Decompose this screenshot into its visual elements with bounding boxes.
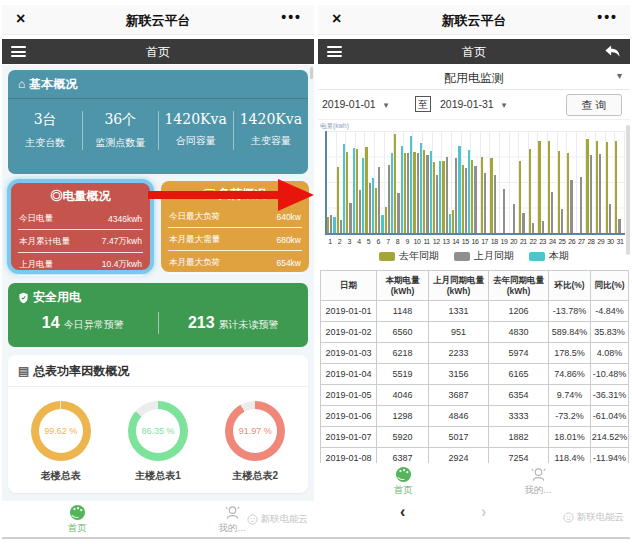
mine-tab-icon — [530, 466, 547, 483]
bar-last-month — [618, 219, 620, 233]
bar-last-month — [397, 193, 399, 233]
energy-overview-card[interactable]: ◎电量概况 今日电量4346kwh本月累计电量7.47万kwh上月电量10.4万… — [11, 183, 150, 270]
date-to-picker[interactable]: 2019-01-31▾ — [440, 98, 506, 110]
chart-bar-group — [356, 131, 366, 233]
right-screen: × 新联云平台 ••• 首页 配用电监测 ▾ 2019-01-01▾ 至 201… — [318, 5, 630, 536]
next-page-button[interactable]: › — [481, 503, 486, 521]
chart-bar-group — [471, 131, 481, 233]
chart-bar-group — [490, 131, 500, 233]
home-tab-icon — [395, 466, 412, 483]
bar-last-year — [442, 161, 444, 233]
table-header-cell: 本期电量 (kWh) — [377, 271, 429, 301]
bar-last-year — [433, 162, 435, 233]
table-cell: 3156 — [429, 364, 489, 385]
basic-stat: 1420Kva合同容量 — [159, 111, 234, 150]
chart-bar-group — [404, 131, 414, 233]
chart-bar-group — [586, 131, 596, 233]
bar-last-year — [385, 207, 387, 233]
tab-home[interactable]: 首页 — [47, 504, 107, 535]
tab-bar: 首页 我的... — [318, 463, 630, 497]
x-tick-label: 9 — [402, 237, 412, 247]
table-cell: 18.01% — [549, 427, 591, 448]
donut-chart: 91.97 % — [225, 401, 285, 461]
table-cell: -10.48% — [591, 364, 629, 385]
chart-bar-group — [538, 131, 548, 233]
safety-stats: 14今日异常预警213累计未读预警 — [8, 312, 308, 334]
chart-bar-group — [394, 131, 404, 233]
table-row: 2019-01-0265609514830589.84%35.83% — [321, 322, 629, 343]
table-row: 2019-01-0759205017188218.01%214.52% — [321, 427, 629, 448]
power-factor-gauges: 99.62 %老楼总表86.35 %主楼总表191.97 %主楼总表2 — [8, 387, 308, 483]
table-cell: 2019-01-03 — [321, 343, 377, 364]
bar-current — [468, 150, 470, 233]
bar-last-month — [484, 173, 486, 233]
bar-current — [449, 214, 451, 233]
chart-bar-group — [606, 131, 616, 233]
x-tick-label: 24 — [547, 237, 557, 247]
bar-last-month — [330, 215, 332, 233]
divider — [2, 537, 630, 539]
more-menu-icon[interactable]: ••• — [281, 9, 302, 25]
table-cell: 6354 — [489, 385, 549, 406]
bar-last-month — [570, 180, 572, 233]
stat-label: 累计未读预警 — [219, 319, 279, 330]
bar-last-year — [404, 153, 406, 233]
query-button[interactable]: 查 询 — [566, 94, 622, 116]
monitor-select[interactable]: 配用电监测 ▾ — [318, 64, 630, 90]
table-header-cell: 上月同期电量 (kWh) — [429, 271, 489, 301]
chart-bar-group — [510, 131, 520, 233]
donut-percent: 91.97 % — [239, 426, 272, 436]
bar-current — [439, 161, 441, 233]
donut-hole: 86.35 % — [136, 409, 180, 453]
chart-bar-group — [413, 131, 423, 233]
bar-last-month — [388, 165, 390, 233]
x-tick-label: 30 — [605, 237, 615, 247]
tab-home[interactable]: 首页 — [373, 466, 433, 497]
x-tick-label: 7 — [383, 237, 393, 247]
nav-title: 首页 — [2, 44, 314, 61]
table-cell: 5017 — [429, 427, 489, 448]
table-cell: 5920 — [377, 427, 429, 448]
table-cell: 1882 — [489, 427, 549, 448]
scrollbar[interactable] — [626, 125, 630, 255]
bar-last-year — [346, 152, 348, 233]
stat-label: 主变容量 — [234, 134, 308, 148]
table-header-cell: 环比(%) — [549, 271, 591, 301]
tab-mine[interactable]: 我的... — [508, 466, 568, 497]
page-title: 新联云平台 — [2, 12, 314, 30]
x-tick-label: 14 — [451, 237, 461, 247]
bar-current — [420, 143, 422, 233]
stat-value: 14 — [42, 314, 60, 331]
table-cell: -61.04% — [591, 406, 629, 427]
consumption-table: 日期本期电量 (kWh)上月同期电量 (kWh)去年同期电量 (kWh)环比(%… — [320, 270, 629, 469]
x-tick-label: 19 — [499, 237, 509, 247]
chart-plot-area — [325, 131, 625, 235]
bar-last-year — [490, 158, 492, 233]
bar-last-year — [567, 153, 569, 233]
watermark-logo-icon — [563, 512, 574, 523]
bar-current — [458, 146, 460, 233]
legend-item[interactable]: 上月同期 — [454, 249, 514, 263]
table-cell: 2019-01-04 — [321, 364, 377, 385]
table-cell: 3687 — [429, 385, 489, 406]
row-value: 10.4万kwh — [102, 259, 142, 271]
more-menu-icon[interactable]: ••• — [597, 9, 618, 25]
date-from-picker[interactable]: 2019-01-01▾ — [322, 98, 388, 110]
prev-page-button[interactable]: ‹ — [400, 503, 405, 521]
legend-item[interactable]: 本期 — [529, 249, 569, 263]
legend-label: 去年同期 — [399, 249, 439, 263]
legend-item[interactable]: 去年同期 — [379, 249, 439, 263]
chevron-down-icon: ▾ — [384, 100, 389, 110]
back-icon[interactable] — [604, 43, 621, 60]
stat-label: 监测点数量 — [83, 136, 157, 150]
table-cell: 2019-01-07 — [321, 427, 377, 448]
chart-bar-group — [558, 131, 568, 233]
scrollbar[interactable] — [310, 67, 313, 79]
x-tick-label: 3 — [344, 237, 354, 247]
bar-current — [372, 178, 374, 233]
table-cell: 2019-01-06 — [321, 406, 377, 427]
bar-last-month — [599, 154, 601, 233]
bar-last-year — [337, 167, 339, 233]
safety-card: 安全用电 14今日异常预警213累计未读预警 — [8, 283, 308, 347]
safety-stat: 213累计未读预警 — [159, 312, 309, 334]
